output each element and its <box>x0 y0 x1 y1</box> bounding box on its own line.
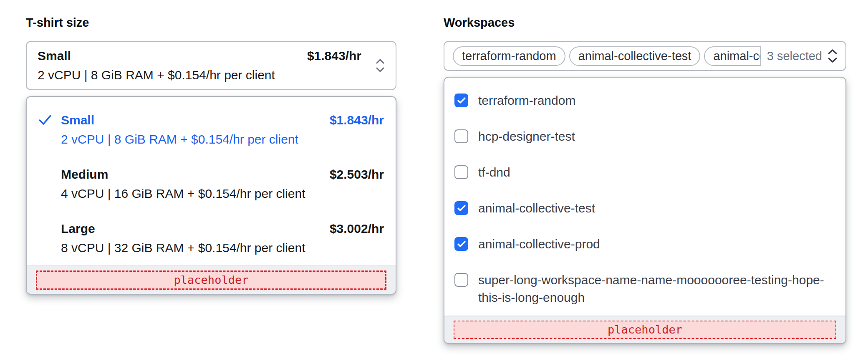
workspace-row-tf-dnd[interactable]: tf-dnd <box>444 154 845 190</box>
workspace-name: animal-collective-prod <box>478 235 600 253</box>
option-small[interactable]: Small $1.843/hr 2 vCPU | 8 GiB RAM + $0.… <box>27 103 396 157</box>
checkbox-unchecked[interactable] <box>454 129 468 143</box>
checkbox-unchecked[interactable] <box>454 273 468 287</box>
option-medium[interactable]: Medium $2.503/hr 4 vCPU | 16 GiB RAM + $… <box>27 157 396 211</box>
option-subtitle: 2 vCPU | 8 GiB RAM + $0.154/hr per clien… <box>61 131 384 147</box>
workspace-name: terraform-random <box>478 92 575 109</box>
select-chevrons-icon <box>375 58 386 73</box>
workspace-row-terraform-random[interactable]: terraform-random <box>444 83 845 119</box>
tshirt-size-field: T-shirt size Small $1.843/hr 2 vCPU | 8 … <box>26 15 396 295</box>
workspace-name: super-long-workspace-name-name-moooooore… <box>478 271 835 306</box>
selected-size-title: Small <box>38 48 71 64</box>
checkmark-spacer <box>38 167 53 168</box>
checkbox-checked[interactable] <box>454 201 468 215</box>
selected-tags-clip: terraform-random animal-collective-test … <box>453 46 761 66</box>
option-price: $2.503/hr <box>330 167 384 182</box>
workspace-row-super-long[interactable]: super-long-workspace-name-name-moooooore… <box>444 262 845 316</box>
tshirt-dropdown-footer: placeholder <box>27 265 396 294</box>
option-title: Small <box>61 112 94 128</box>
selected-checkmark-icon <box>38 112 53 126</box>
selected-size-price: $1.843/hr <box>307 48 361 64</box>
page: T-shirt size Small $1.843/hr 2 vCPU | 8 … <box>0 0 868 364</box>
tshirt-option-list: Small $1.843/hr 2 vCPU | 8 GiB RAM + $0.… <box>27 97 396 265</box>
selected-count-text: 3 selected <box>767 49 822 63</box>
tshirt-select-trigger[interactable]: Small $1.843/hr 2 vCPU | 8 GiB RAM + $0.… <box>26 41 396 90</box>
tshirt-dropdown: Small $1.843/hr 2 vCPU | 8 GiB RAM + $0.… <box>26 96 396 295</box>
unfold-chevrons-icon <box>826 48 839 64</box>
option-subtitle: 8 vCPU | 32 GiB RAM + $0.154/hr per clie… <box>61 240 384 256</box>
option-price: $3.002/hr <box>330 221 384 237</box>
checkbox-checked[interactable] <box>454 237 468 251</box>
workspaces-label: Workspaces <box>444 15 846 30</box>
option-small-content: Small $1.843/hr 2 vCPU | 8 GiB RAM + $0.… <box>61 112 384 147</box>
workspace-name: hcp-designer-test <box>478 128 575 145</box>
checkbox-checked[interactable] <box>454 94 468 107</box>
tag-truncated: animal-co <box>704 46 761 66</box>
workspaces-dropdown-footer: placeholder <box>444 316 845 343</box>
option-medium-content: Medium $2.503/hr 4 vCPU | 16 GiB RAM + $… <box>61 167 384 202</box>
selected-size-subtitle: 2 vCPU | 8 GiB RAM + $0.154/hr per clien… <box>38 67 361 83</box>
workspaces-field: Workspaces terraform-random animal-colle… <box>444 15 846 344</box>
workspaces-trigger[interactable]: terraform-random animal-collective-test … <box>444 41 846 71</box>
workspace-row-animal-collective-test[interactable]: animal-collective-test <box>444 190 845 226</box>
option-price: $1.843/hr <box>330 112 384 128</box>
option-title: Medium <box>61 167 108 182</box>
workspaces-option-list: terraform-random hcp-designer-test tf-dn… <box>444 78 845 316</box>
workspaces-dropdown: terraform-random hcp-designer-test tf-dn… <box>444 77 846 344</box>
option-subtitle: 4 vCPU | 16 GiB RAM + $0.154/hr per clie… <box>61 186 384 202</box>
tshirt-size-label: T-shirt size <box>26 15 396 30</box>
workspace-row-hcp-designer-test[interactable]: hcp-designer-test <box>444 119 845 154</box>
workspace-row-animal-collective-prod[interactable]: animal-collective-prod <box>444 226 845 262</box>
checkmark-spacer <box>38 221 53 222</box>
option-large-content: Large $3.002/hr 8 vCPU | 32 GiB RAM + $0… <box>61 221 384 256</box>
option-title: Large <box>61 221 95 237</box>
workspace-name: tf-dnd <box>478 164 510 181</box>
footer-placeholder-box: placeholder <box>454 321 836 339</box>
selected-size-summary: Small $1.843/hr 2 vCPU | 8 GiB RAM + $0.… <box>38 48 361 83</box>
checkbox-unchecked[interactable] <box>454 165 468 179</box>
option-large[interactable]: Large $3.002/hr 8 vCPU | 32 GiB RAM + $0… <box>27 211 396 265</box>
tag-terraform-random: terraform-random <box>453 46 565 66</box>
tag-animal-collective-test: animal-collective-test <box>569 46 701 66</box>
workspace-name: animal-collective-test <box>478 200 595 217</box>
footer-placeholder-box: placeholder <box>36 270 386 290</box>
